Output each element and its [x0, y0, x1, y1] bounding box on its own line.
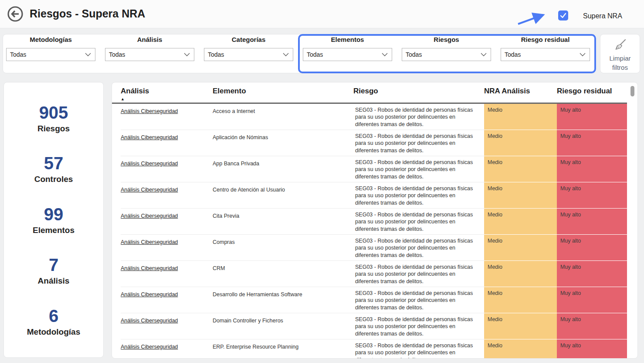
- analisis-link[interactable]: Análisis Ciberseguridad: [121, 344, 178, 350]
- table-row: Análisis Ciberseguridad Aplicación de Nó…: [112, 130, 637, 156]
- elemento-cell: Acceso a Internet: [213, 104, 353, 130]
- chevron-down-icon: [283, 53, 289, 56]
- kpi-value: 7: [4, 256, 103, 274]
- analisis-dropdown[interactable]: Todas: [105, 48, 194, 61]
- table-row: Análisis Ciberseguridad Compras SEG03 - …: [112, 235, 637, 261]
- chevron-down-icon: [382, 53, 388, 56]
- kpi-label: Análisis: [4, 276, 103, 286]
- filter-analisis: Análisis Todas: [105, 36, 194, 61]
- column-header-riesgo-residual[interactable]: Riesgo residual: [557, 87, 627, 103]
- annotation-arrow-icon: [516, 10, 551, 26]
- kpi-label: Riesgos: [4, 124, 103, 134]
- analisis-link[interactable]: Análisis Ciberseguridad: [121, 161, 178, 167]
- analisis-link[interactable]: Análisis Ciberseguridad: [121, 187, 178, 193]
- dropdown-value: Todas: [109, 51, 125, 58]
- clear-filters-label-line2: filtros: [600, 63, 640, 72]
- dropdown-value: Todas: [406, 51, 422, 58]
- elemento-cell: Centro de Atención al Usuario: [213, 182, 353, 209]
- analisis-link[interactable]: Análisis Ciberseguridad: [121, 265, 178, 271]
- analisis-link[interactable]: Análisis Ciberseguridad: [121, 213, 178, 219]
- elementos-dropdown[interactable]: Todas: [303, 48, 392, 61]
- dropdown-value: Todas: [10, 51, 26, 58]
- elemento-cell: Compras: [213, 235, 353, 261]
- nra-analisis-cell: Medio: [484, 182, 557, 209]
- broom-icon: [613, 38, 627, 52]
- riesgo-cell: SEG03 - Robos de identidad de personas f…: [353, 339, 484, 359]
- riesgos-dropdown[interactable]: Todas: [402, 48, 491, 61]
- kpi-label: Controles: [4, 175, 103, 184]
- supera-nra-label: Supera NRA: [583, 12, 622, 20]
- analisis-link[interactable]: Análisis Ciberseguridad: [121, 239, 178, 245]
- riesgo-residual-cell: Muy alto: [557, 182, 627, 209]
- riesgo-cell: SEG03 - Robos de identidad de personas f…: [353, 130, 484, 156]
- table-row: Análisis Ciberseguridad Domain Controlle…: [112, 313, 637, 339]
- nra-analisis-cell: Medio: [484, 313, 557, 339]
- analisis-link[interactable]: Análisis Ciberseguridad: [121, 318, 178, 324]
- dropdown-value: Todas: [307, 51, 323, 58]
- riesgo-cell: SEG03 - Robos de identidad de personas f…: [353, 209, 484, 235]
- filter-metodologias: Metodologías Todas: [6, 36, 95, 61]
- page-title: Riesgos - Supera NRA: [30, 7, 145, 20]
- kpi-elementos: 99 Elementos: [4, 205, 103, 235]
- supera-nra-checkbox[interactable]: [558, 10, 568, 21]
- riesgo-residual-cell: Muy alto: [557, 339, 627, 359]
- categorias-dropdown[interactable]: Todas: [204, 48, 293, 61]
- riesgo-cell: SEG03 - Robos de identidad de personas f…: [353, 182, 484, 209]
- kpi-value: 6: [4, 307, 103, 325]
- column-header-analisis[interactable]: Análisis ▲: [121, 87, 213, 103]
- filter-riesgos: Riesgos Todas: [402, 36, 491, 61]
- filter-elementos: Elementos Todas: [303, 36, 392, 61]
- metodologias-dropdown[interactable]: Todas: [6, 48, 95, 61]
- kpi-value: 57: [4, 154, 103, 172]
- riesgo-cell: SEG03 - Robos de identidad de personas f…: [353, 104, 484, 130]
- riesgo-residual-dropdown[interactable]: Todas: [501, 48, 590, 61]
- riesgo-residual-cell: Muy alto: [557, 209, 627, 235]
- table-header-row: Análisis ▲ Elemento Riesgo NRA Análisis …: [112, 82, 627, 104]
- riesgo-residual-cell: Muy alto: [557, 313, 627, 339]
- elemento-cell: ERP. Enterprise Resource Planning: [213, 339, 353, 359]
- table-row: Análisis Ciberseguridad Centro de Atenci…: [112, 182, 637, 209]
- chevron-down-icon: [184, 53, 190, 56]
- table-body: Análisis Ciberseguridad Acceso a Interne…: [112, 104, 637, 359]
- table-row: Análisis Ciberseguridad Acceso a Interne…: [112, 104, 637, 130]
- clear-filters-button[interactable]: Limpiar filtros: [600, 34, 640, 73]
- filter-riesgo-residual: Riesgo residual Todas: [501, 36, 590, 61]
- kpi-controles: 57 Controles: [4, 154, 103, 184]
- column-header-elemento[interactable]: Elemento: [213, 87, 353, 103]
- riesgo-residual-cell: Muy alto: [557, 130, 627, 156]
- nra-analisis-cell: Medio: [484, 287, 557, 313]
- nra-analisis-cell: Medio: [484, 104, 557, 130]
- kpi-metodologias: 6 Metodologías: [4, 307, 103, 337]
- column-header-nra-analisis[interactable]: NRA Análisis: [484, 87, 557, 103]
- riesgo-cell: SEG03 - Robos de identidad de personas f…: [353, 235, 484, 261]
- elemento-cell: Aplicación de Nóminas: [213, 130, 353, 156]
- chevron-down-icon: [481, 53, 487, 56]
- riesgo-cell: SEG03 - Robos de identidad de personas f…: [353, 156, 484, 182]
- kpi-sidebar: 905 Riesgos 57 Controles 99 Elementos 7 …: [3, 82, 104, 358]
- riesgo-residual-cell: Muy alto: [557, 104, 627, 130]
- dashboard: Riesgos - Supera NRA Supera NRA Metodolo…: [0, 0, 644, 363]
- dropdown-value: Todas: [505, 51, 521, 58]
- riesgo-cell: SEG03 - Robos de identidad de personas f…: [353, 261, 484, 287]
- kpi-value: 905: [4, 103, 103, 122]
- kpi-analisis: 7 Análisis: [4, 256, 103, 286]
- analisis-link[interactable]: Análisis Ciberseguridad: [121, 108, 178, 114]
- filter-label: Riesgos: [402, 36, 491, 43]
- nra-analisis-cell: Medio: [484, 209, 557, 235]
- kpi-value: 99: [4, 205, 103, 223]
- nra-analisis-cell: Medio: [484, 156, 557, 182]
- filter-label: Elementos: [303, 36, 392, 43]
- elemento-cell: Cita Previa: [213, 209, 353, 235]
- filter-label: Análisis: [105, 36, 194, 43]
- analisis-link[interactable]: Análisis Ciberseguridad: [121, 134, 178, 140]
- dropdown-value: Todas: [208, 51, 224, 58]
- vertical-scrollbar[interactable]: [630, 86, 634, 96]
- sort-ascending-icon: ▲: [121, 97, 213, 101]
- riesgo-residual-cell: Muy alto: [557, 261, 627, 287]
- nra-analisis-cell: Medio: [484, 261, 557, 287]
- back-button[interactable]: [7, 5, 24, 23]
- analisis-link[interactable]: Análisis Ciberseguridad: [121, 291, 178, 298]
- filter-categorias: Categorías Todas: [204, 36, 293, 61]
- elemento-cell: CRM: [213, 261, 353, 287]
- column-header-riesgo[interactable]: Riesgo: [353, 87, 484, 103]
